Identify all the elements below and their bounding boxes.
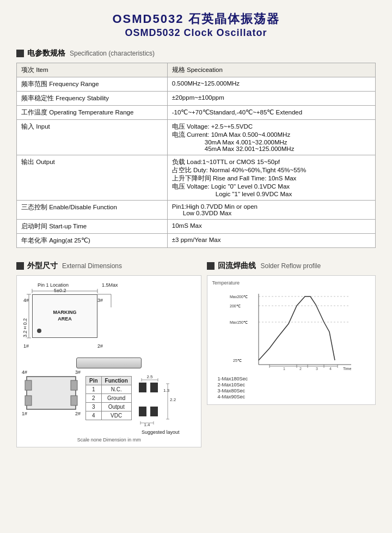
table-row: 工作温度 Operating Temperature Range -10℃~+7… [17, 106, 376, 120]
value-freq-stability: ±20ppm~±100ppm [167, 92, 375, 106]
pin-table-container: Pin Function 1 N.C. 2 Ground 3 [85, 373, 132, 423]
svg-text:3: 3 [316, 367, 318, 371]
output-line-3: 上升下降时间 Rise and Fall Time: 10nS Max [172, 174, 371, 183]
pin1-location-label: Pin 1 Location [38, 282, 69, 288]
title-english: OSMD5032 Clock Oscillator [16, 27, 376, 39]
svg-rect-29 [150, 407, 158, 416]
pin-row-4: 4 VDC [86, 411, 132, 420]
scale-note: Scale none Dimension in mm [21, 437, 197, 443]
value-startup: 10mS Max [167, 220, 375, 234]
bottom-section: 外型尺寸 External Dimensions Pin 1 Location … [16, 253, 376, 447]
svg-rect-11 [71, 380, 77, 390]
title-chinese: OSMD5032 石英晶体振荡器 [16, 11, 376, 27]
pin1-dot [37, 329, 41, 333]
pin-num-2: 2 [86, 394, 102, 403]
pkg-3d-outline: 4# 3# 1# 2# [24, 374, 78, 412]
svg-text:Max200℃: Max200℃ [230, 295, 248, 299]
label-freq-range: 频率范围 Frequency Range [17, 77, 168, 92]
table-row: 输入 Input 电压 Voltage: +2.5~+5.5VDC 电流 Cur… [17, 120, 376, 155]
svg-text:1.4: 1.4 [144, 422, 150, 427]
label-freq-stability: 频率稳定性 Frequency Stability [17, 92, 168, 106]
legend-3: 3-Max80Sec [217, 388, 371, 393]
pin-num-4: 4 [86, 411, 102, 420]
svg-text:1: 1 [283, 367, 285, 371]
pin-func-1: N.C. [101, 385, 131, 394]
pkg-3d-svg [24, 374, 78, 412]
pin-row-3: 3 Output [86, 403, 132, 411]
corner-1: 1# [22, 411, 27, 416]
legend-4: 4-Max90Sec [217, 394, 371, 399]
label-input: 输入 Input [17, 120, 168, 155]
svg-text:2.5: 2.5 [146, 374, 153, 379]
package-3d-container: 4# 3# 1# 2# [21, 373, 81, 412]
layout-dims: 2.5 2.2 1.4 [136, 373, 185, 428]
corner-4: 4# [22, 370, 27, 375]
table-row: 频率范围 Frequency Range 0.500MHz~125.000MHz [17, 77, 376, 92]
spec-label-en: Specification (characteristics) [70, 50, 155, 57]
pin-col-header: Pin [86, 377, 102, 385]
spec-section-header: 电参数规格 Specification (characteristics) [16, 49, 376, 58]
svg-rect-8 [27, 377, 76, 409]
side-view [76, 358, 142, 368]
svg-text:4: 4 [329, 367, 332, 371]
spec-col1-header: 项次 Item [17, 63, 168, 77]
svg-text:Max150℃: Max150℃ [230, 320, 248, 324]
pin-func-2: Ground [101, 394, 131, 403]
reflow-column: 回流焊曲线 Solder Reflow profile Temperature … [207, 253, 376, 447]
spec-col2-header: 规格 Speciceation [167, 63, 375, 77]
pin2-label: 2# [97, 343, 103, 349]
input-line-2: 电流 Current: 10mA Max 0.500~4.000MHz [172, 131, 371, 139]
spec-header-row: 项次 Item 规格 Speciceation [17, 63, 376, 77]
dim-1-5: 1.5Max [102, 282, 118, 288]
value-aging: ±3 ppm/Year Max [167, 234, 375, 248]
output-line-4: 电压 Voltage: Logic "0" Level 0.1VDC Max [172, 183, 371, 191]
label-output: 输出 Output [17, 155, 168, 201]
spec-label-cn: 电参数规格 [27, 49, 65, 58]
output-line-5: Logic "1" level 0.9VDC Max [172, 191, 371, 197]
label-startup: 启动时间 Start-up Time [17, 220, 168, 234]
reflow-label-en: Solder Reflow profile [260, 262, 321, 270]
svg-rect-27 [150, 383, 158, 392]
value-op-temp: -10℃~+70℃Standard,-40℃~+85℃ Extended [167, 106, 375, 120]
svg-text:Time: Time [343, 367, 351, 371]
pin-table-header: Pin Function [86, 377, 132, 385]
enable-line-2: Low 0.3VDD Max [172, 210, 371, 216]
value-output: 负载 Load:1~10TTL or CMOS 15~50pf 占空比 Duty… [167, 155, 375, 201]
reflow-chart-svg: Max200℃ 200℃ Max150℃ 25℃ Time [229, 288, 354, 373]
corner-3: 3# [75, 370, 81, 375]
input-line-3: 30mA Max 4.001~32.000MHz [172, 139, 371, 146]
dim-5: 5±0.2 [54, 288, 66, 293]
dimensions-section-icon [16, 262, 24, 270]
side-view-wrapper [76, 358, 142, 368]
svg-text:200℃: 200℃ [230, 304, 241, 308]
value-input: 电压 Voltage: +2.5~+5.5VDC 电流 Current: 10m… [167, 120, 375, 155]
reflow-legend: 1-Max180Sec 2-Max10Sec 3-Max80Sec 4-Max9… [212, 376, 371, 399]
pin-function-table: Pin Function 1 N.C. 2 Ground 3 [85, 376, 132, 420]
pin-row-1: 1 N.C. [86, 385, 132, 394]
dimensions-column: 外型尺寸 External Dimensions Pin 1 Location … [16, 253, 201, 447]
spec-table: 项次 Item 规格 Speciceation 频率范围 Frequency R… [16, 63, 376, 248]
reflow-chart: Temperature Max200℃ 200℃ Max150℃ 25℃ [207, 275, 376, 405]
svg-text:2.2: 2.2 [170, 397, 176, 402]
pin1-label: 1# [23, 343, 29, 349]
value-enable: Pin1:High 0.7VDD Min or open Low 0.3VDD … [167, 201, 375, 220]
layout-svg: 2.5 2.2 1.4 [136, 373, 185, 427]
package-outline: MARKINGAREA [32, 294, 97, 338]
reflow-label-cn: 回流焊曲线 [218, 261, 256, 271]
legend-2: 2-Max10Sec [217, 382, 371, 387]
pin3-label: 3# [97, 298, 103, 303]
svg-text:1.3: 1.3 [163, 388, 170, 393]
table-row: 输出 Output 负载 Load:1~10TTL or CMOS 15~50p… [17, 155, 376, 201]
svg-rect-9 [25, 380, 32, 390]
input-line-1: 电压 Voltage: +2.5~+5.5VDC [172, 123, 371, 131]
reflow-section-icon [207, 262, 215, 270]
pin-num-3: 3 [86, 403, 102, 411]
table-row: 频率稳定性 Frequency Stability ±20ppm~±100ppm [17, 92, 376, 106]
label-aging: 年老化率 Aging(at 25℃) [17, 234, 168, 248]
dimensions-label-en: External Dimensions [62, 262, 122, 270]
svg-text:25℃: 25℃ [233, 359, 242, 362]
svg-rect-12 [71, 396, 77, 405]
temperature-label: Temperature [212, 280, 371, 286]
pin-num-1: 1 [86, 385, 102, 394]
corner-2: 2# [75, 411, 81, 416]
